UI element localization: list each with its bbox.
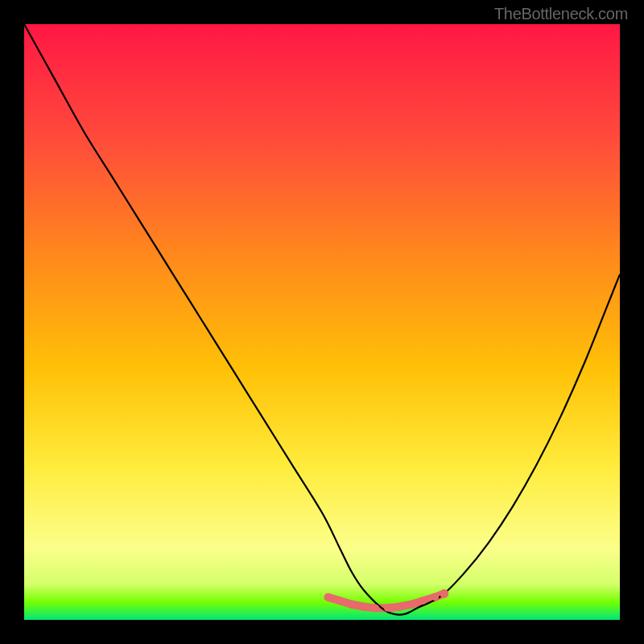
marker-point	[431, 593, 439, 601]
bottleneck-chart: TheBottleneck.com	[0, 0, 644, 644]
marker-point	[349, 601, 356, 608]
marker-point	[396, 603, 403, 610]
marker-point	[440, 589, 448, 598]
marker-point	[408, 601, 415, 608]
bottleneck-curve	[24, 24, 620, 615]
watermark-text: TheBottleneck.com	[494, 5, 628, 23]
plot-area	[24, 24, 620, 620]
marker-point	[336, 597, 344, 605]
marker-point	[372, 605, 379, 612]
marker-point	[360, 603, 367, 610]
marker-point	[419, 597, 427, 605]
marker-point	[324, 593, 332, 601]
curve-layer	[24, 24, 620, 620]
marker-point	[384, 605, 391, 612]
